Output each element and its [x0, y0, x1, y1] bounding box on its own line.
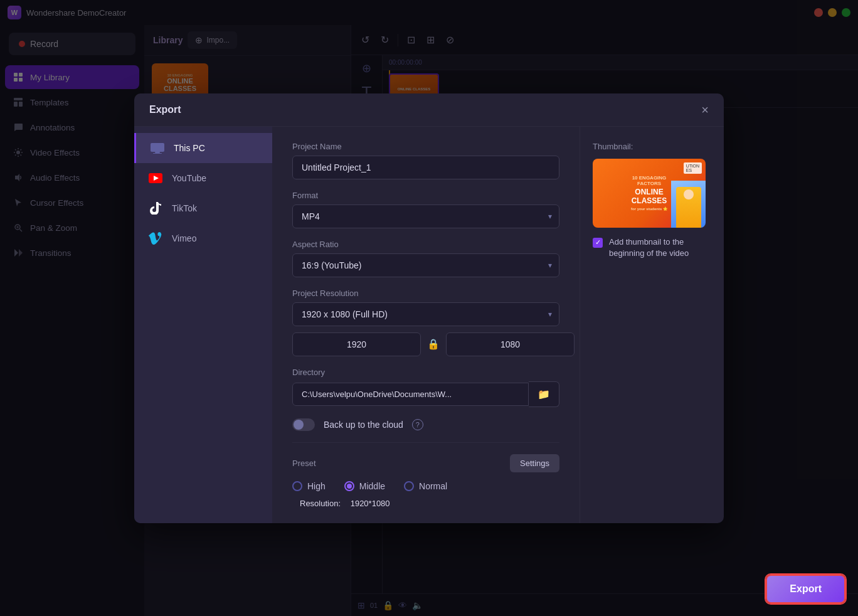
- checkbox-row: ✓ Add thumbnail to the beginning of the …: [593, 236, 711, 259]
- directory-label: Directory: [292, 368, 559, 377]
- thumbnail-panel: Thumbnail: 10 ENGAGINGFACTORS ONLINECLAS…: [580, 127, 724, 523]
- thumbnail-preview: 10 ENGAGINGFACTORS ONLINECLASSES for you…: [593, 159, 706, 228]
- resolution-label: Project Resolution: [292, 289, 559, 298]
- resolution-width-input[interactable]: [292, 332, 421, 356]
- preset-label: Preset: [292, 459, 316, 468]
- settings-button[interactable]: Settings: [510, 454, 559, 472]
- project-name-label: Project Name: [292, 142, 559, 151]
- cloud-help-icon[interactable]: ?: [412, 419, 423, 430]
- resolution-group: Project Resolution 1920 x 1080 (Full HD)…: [292, 289, 559, 356]
- lock-aspect-icon: 🔒: [427, 338, 440, 350]
- dest-this-pc[interactable]: This PC: [134, 133, 272, 163]
- pc-icon: [149, 142, 166, 154]
- preset-normal[interactable]: Normal: [404, 481, 447, 491]
- cloud-backup-toggle[interactable]: [292, 418, 315, 431]
- resolution-display-label: Resolution:: [300, 499, 341, 508]
- aspect-ratio-select[interactable]: 16:9 (YouTube) 1:1 (Square) 9:16 (Portra…: [292, 253, 559, 277]
- modal-header: Export ×: [134, 93, 724, 127]
- toggle-knob: [294, 420, 304, 430]
- resolution-height-input[interactable]: [446, 332, 575, 356]
- radio-selected-dot: [347, 484, 352, 489]
- format-label: Format: [292, 191, 559, 200]
- thumb-student-overlay: [671, 181, 706, 228]
- dest-youtube[interactable]: YouTube: [134, 163, 272, 193]
- cloud-backup-row: Back up to the cloud ?: [292, 418, 559, 431]
- format-select-wrapper: MP4 MOV AVI GIF ▾: [292, 204, 559, 228]
- thumbnail-checkbox-label: Add thumbnail to the beginning of the vi…: [609, 236, 711, 259]
- dest-label: This PC: [174, 143, 205, 153]
- resolution-display: Resolution: 1920*1080: [292, 499, 559, 508]
- preset-high-radio: [292, 481, 302, 491]
- dest-label: Vimeo: [172, 233, 196, 243]
- preset-normal-label: Normal: [419, 481, 447, 491]
- svg-rect-14: [151, 143, 164, 152]
- youtube-icon: [147, 172, 164, 184]
- tiktok-icon: [147, 202, 164, 215]
- directory-input[interactable]: [292, 383, 529, 406]
- resolution-display-value: 1920*1080: [351, 499, 390, 508]
- preset-high-label: High: [307, 481, 326, 491]
- folder-icon: 📁: [538, 389, 550, 400]
- vimeo-icon: [147, 232, 164, 245]
- modal-close-button[interactable]: ×: [701, 104, 709, 116]
- settings-divider: [292, 442, 559, 443]
- resolution-select[interactable]: 1920 x 1080 (Full HD) 1280 x 720 (HD) 38…: [292, 302, 559, 326]
- export-modal: Export × This PC: [134, 93, 724, 523]
- browse-directory-button[interactable]: 📁: [529, 381, 559, 407]
- preset-middle[interactable]: Middle: [344, 481, 385, 491]
- aspect-ratio-wrapper: 16:9 (YouTube) 1:1 (Square) 9:16 (Portra…: [292, 253, 559, 277]
- dest-vimeo[interactable]: Vimeo: [134, 223, 272, 253]
- preset-radio-group: High Middle Normal: [292, 481, 559, 491]
- preset-row: Preset Settings: [292, 454, 559, 472]
- format-group: Format MP4 MOV AVI GIF ▾: [292, 191, 559, 228]
- svg-rect-15: [155, 152, 160, 153]
- thumb-engaging: 10 ENGAGINGFACTORS: [632, 175, 667, 186]
- resolution-inputs-row: 🔒: [292, 332, 559, 356]
- thumb-online: ONLINECLASSES: [632, 188, 667, 205]
- export-settings-panel: Project Name Format MP4 MOV AVI GIF ▾: [272, 127, 580, 523]
- directory-row: 📁: [292, 381, 559, 407]
- modal-body: This PC YouTube: [134, 127, 724, 523]
- thumbnail-overlay-badge: UTiONES: [684, 162, 702, 174]
- aspect-ratio-label: Aspect Ratio: [292, 240, 559, 249]
- preset-middle-label: Middle: [359, 481, 385, 491]
- modal-overlay: Export × This PC: [0, 0, 858, 616]
- aspect-ratio-group: Aspect Ratio 16:9 (YouTube) 1:1 (Square)…: [292, 240, 559, 277]
- checkbox-check-icon: ✓: [595, 239, 601, 246]
- resolution-select-wrapper: 1920 x 1080 (Full HD) 1280 x 720 (HD) 38…: [292, 302, 559, 326]
- project-name-input[interactable]: [292, 156, 559, 179]
- preset-middle-radio: [344, 481, 354, 491]
- svg-rect-16: [153, 153, 162, 154]
- preset-high[interactable]: High: [292, 481, 326, 491]
- directory-group: Directory 📁: [292, 368, 559, 407]
- question-mark: ?: [416, 421, 420, 428]
- thumbnail-checkbox[interactable]: ✓: [593, 238, 603, 248]
- project-name-group: Project Name: [292, 142, 559, 179]
- thumbnail-panel-title: Thumbnail:: [593, 142, 711, 151]
- dest-label: YouTube: [172, 173, 206, 183]
- modal-title: Export: [149, 104, 181, 115]
- student-silhouette: [676, 187, 701, 228]
- cloud-backup-label: Back up to the cloud: [324, 420, 403, 430]
- dest-tiktok[interactable]: TikTok: [134, 193, 272, 223]
- format-select[interactable]: MP4 MOV AVI GIF: [292, 204, 559, 228]
- dest-label: TikTok: [172, 203, 197, 213]
- thumb-sub: for your students ⭐: [631, 206, 667, 211]
- preset-normal-radio: [404, 481, 414, 491]
- student-head: [684, 189, 694, 199]
- destination-panel: This PC YouTube: [134, 127, 272, 523]
